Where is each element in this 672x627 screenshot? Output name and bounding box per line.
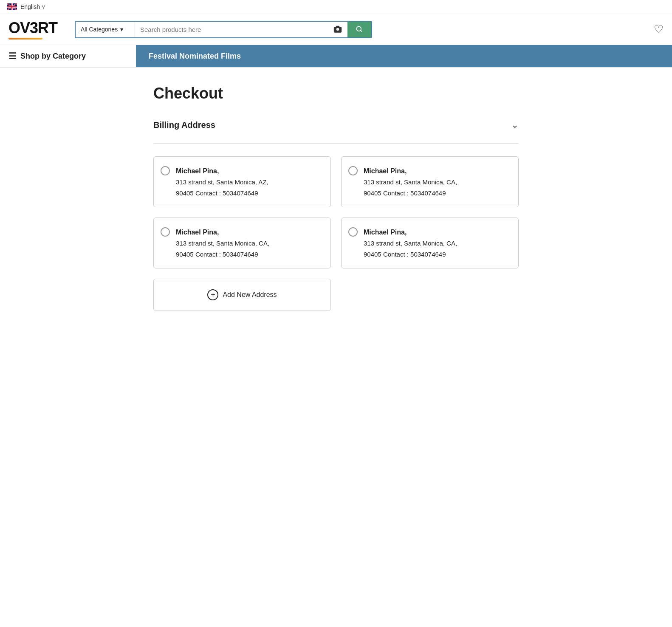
language-chevron-icon[interactable]: ∨ <box>42 4 45 10</box>
address-line2: 90405 Contact : 5034074649 <box>176 188 268 199</box>
logo-underline <box>8 38 42 40</box>
plus-circle-icon: + <box>207 289 218 300</box>
address-info: Michael Pina, 313 strand st, Santa Monic… <box>176 226 269 260</box>
header: OV3RT All Categories ▾ ♡ <box>0 14 672 45</box>
shop-category-label: Shop by Category <box>20 52 86 61</box>
hamburger-icon: ☰ <box>8 51 16 61</box>
radio-button[interactable] <box>348 166 358 175</box>
address-line1: 313 strand st, Santa Monica, CA, <box>364 238 457 249</box>
address-card[interactable]: Michael Pina, 313 strand st, Santa Monic… <box>153 217 331 268</box>
add-address-button[interactable]: + Add New Address <box>153 279 331 311</box>
nav-bar: ☰ Shop by Category Festival Nominated Fi… <box>0 45 672 68</box>
address-line1: 313 strand st, Santa Monica, CA, <box>176 238 269 249</box>
camera-icon[interactable] <box>328 22 347 37</box>
address-line2: 90405 Contact : 5034074649 <box>364 188 457 199</box>
search-input[interactable] <box>135 22 328 37</box>
logo[interactable]: OV3RT <box>8 19 68 40</box>
billing-section: Billing Address ⌄ <box>153 115 519 144</box>
logo-text: OV3RT <box>8 19 68 37</box>
category-label: All Categories <box>81 26 118 33</box>
address-grid: Michael Pina, 313 strand st, Santa Monic… <box>153 156 519 311</box>
address-line1: 313 strand st, Santa Monica, CA, <box>364 177 457 188</box>
address-name: Michael Pina, <box>364 226 457 238</box>
address-name: Michael Pina, <box>176 226 269 238</box>
address-line1: 313 strand st, Santa Monica, AZ, <box>176 177 268 188</box>
radio-button[interactable] <box>348 227 358 237</box>
radio-button[interactable] <box>161 166 170 175</box>
checkout-title: Checkout <box>153 85 519 102</box>
address-info: Michael Pina, 313 strand st, Santa Monic… <box>364 165 457 198</box>
uk-flag-icon <box>7 3 17 10</box>
address-card[interactable]: Michael Pina, 313 strand st, Santa Monic… <box>341 156 519 207</box>
address-card[interactable]: Michael Pina, 313 strand st, Santa Monic… <box>153 156 331 207</box>
address-name: Michael Pina, <box>364 165 457 177</box>
category-chevron-icon: ▾ <box>120 26 123 33</box>
billing-chevron-icon[interactable]: ⌄ <box>511 119 519 130</box>
billing-title: Billing Address <box>153 120 215 130</box>
billing-header: Billing Address ⌄ <box>153 115 519 135</box>
search-bar: All Categories ▾ <box>75 21 372 38</box>
featured-label: Festival Nominated Films <box>149 52 241 61</box>
language-label[interactable]: English <box>20 3 40 10</box>
radio-button[interactable] <box>161 227 170 237</box>
search-button[interactable] <box>347 22 371 37</box>
address-info: Michael Pina, 313 strand st, Santa Monic… <box>176 165 268 198</box>
add-address-label: Add New Address <box>223 291 277 299</box>
address-card[interactable]: Michael Pina, 313 strand st, Santa Monic… <box>341 217 519 268</box>
address-line2: 90405 Contact : 5034074649 <box>364 249 457 260</box>
featured-nav-item[interactable]: Festival Nominated Films <box>136 45 672 67</box>
address-line2: 90405 Contact : 5034074649 <box>176 249 269 260</box>
address-info: Michael Pina, 313 strand st, Santa Monic… <box>364 226 457 260</box>
shop-by-category-button[interactable]: ☰ Shop by Category <box>0 45 136 67</box>
wishlist-icon[interactable]: ♡ <box>654 23 664 36</box>
category-dropdown[interactable]: All Categories ▾ <box>76 22 135 37</box>
main-content: Checkout Billing Address ⌄ Michael Pina,… <box>145 68 527 328</box>
language-bar: English ∨ <box>0 0 672 14</box>
address-name: Michael Pina, <box>176 165 268 177</box>
